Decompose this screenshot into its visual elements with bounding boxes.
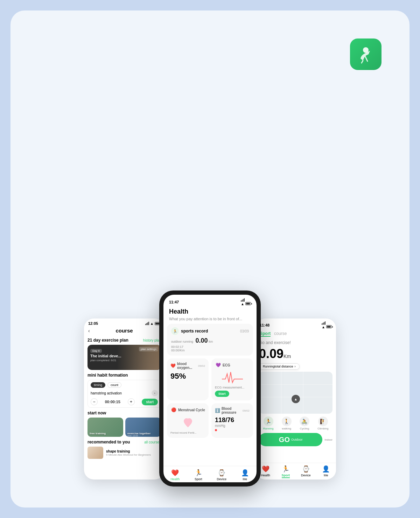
right-battery [326,325,332,328]
map-line-v2 [303,372,303,414]
ecg-card[interactable]: 💜 ECG ECG measurement... Start [211,358,253,400]
signal-bars [145,322,149,325]
nav-device[interactable]: ⌚ Device [210,469,233,481]
nav-me[interactable]: 👤 Me [233,469,257,481]
start-measure-btn[interactable]: Start [215,391,229,397]
menstrual-card[interactable]: 🔴 Menstrual Cycle Period record [167,403,209,438]
rec-info: shape training 5 Minute Abs Workout for … [106,449,151,456]
blood-pressure-date: 09/02 [243,409,250,412]
left-nav-bar: ‹ course [84,327,164,336]
running-label: Running [263,427,274,430]
rec-sub: 5 Minute Abs Workout for Beginners [106,453,151,456]
menstrual-icon: 🔴 [170,407,177,413]
section4-header: recommended to you all courses [88,440,161,444]
blood-oxygen-card[interactable]: ❤️ blood oxygen... 09/02 95% [167,358,209,400]
section1-header: 21 day exercise plan history plan [88,338,161,343]
timer-value: 00:00:15 [105,400,120,404]
start-button[interactable]: start [142,399,158,405]
mid-bottom-nav: ❤️ Health 🏃 Sport ⌚ Device 👤 Me [163,466,257,482]
ecg-icon: 💜 [215,362,221,368]
phone-mid: 11:47 ▲ Health [159,290,261,486]
left-status-bar: 12:05 ▲ [84,318,164,327]
sport-type-tabs: 🏃 Running 🚶 walking 🚴 Cycling 🧗 Climbing [259,416,332,430]
indoor-option[interactable]: Indoor [324,438,332,441]
plan-settings-btn[interactable]: plan settings [139,347,158,351]
record-icon: 🏃 [171,327,179,335]
right-nav-device[interactable]: ⌚ Device [296,465,316,478]
sport-nav-icon: 🏃 [195,469,202,477]
nav-health[interactable]: ❤️ Health [163,469,187,481]
right-time: 11:48 [260,323,270,327]
mid-signal-2 [242,300,243,302]
device-nav-label: Device [217,477,226,481]
mid-subtitle: What you pay attention is to be in front… [163,317,257,324]
timer-row: − 00:00:15 + start [91,398,158,405]
tab-sport[interactable]: Sport [260,331,271,337]
running-pill[interactable]: Runningtotal distance › [259,363,300,370]
tab-timing[interactable]: timing [91,382,105,388]
sport-walking[interactable]: 🚶 walking [282,416,292,430]
right-status-bar: 11:48 ▲ [255,318,336,330]
app-icon[interactable] [350,38,382,70]
back-button[interactable]: ‹ [88,328,90,334]
plan-card[interactable]: Day 6 plan settings The initial deve... … [88,345,161,370]
right-sport-icon: 🏃 [282,465,289,473]
tab-count[interactable]: count [107,382,121,388]
timer-plus[interactable]: + [128,398,135,405]
health-grid: ❤️ blood oxygen... 09/02 95% 💜 ECG [167,358,253,400]
plan-badge: Day 6 [90,349,102,353]
free-training-card[interactable]: free training [88,418,123,437]
section2-header: mini habit formation [88,373,161,378]
right-nav-tabs: Sport course [255,330,336,339]
nav-sport[interactable]: 🏃 Sport [187,469,210,481]
blood-oxygen-value: 95% [170,372,205,381]
go-label: GO [279,436,290,444]
sport-cycling[interactable]: 🚴 Cycling [300,416,309,430]
sport-running[interactable]: 🏃 Running [263,416,274,430]
exercise-together-card[interactable]: exercise together start: 13:00 [125,418,161,437]
tab-course[interactable]: course [274,331,287,337]
health-nav-icon: ❤️ [171,469,179,477]
go-button[interactable]: GO Outdoor [259,433,322,446]
blood-pressure-title: Blood pressure [222,407,243,414]
distance-display: 0.09Km [259,346,332,361]
exercise-name: hamstring activation [91,391,122,395]
blood-pressure-value: 118/76 [215,416,250,424]
map-area: ▲ [259,372,332,414]
record-distance-value: 0.00 [196,337,208,344]
start-now-grid: free training exercise together start: 1… [88,418,161,437]
plan-completed: plan completed: 6/21 [90,359,158,362]
distance-value: 0.09 [259,346,284,361]
blood-oxygen-title: blood oxygen... [177,362,198,370]
menstrual-header: 🔴 Menstrual Cycle [170,407,205,413]
all-courses-link[interactable]: all courses [144,440,161,444]
right-nav-me[interactable]: 👤 Me [316,465,336,478]
walking-label: walking [282,427,291,430]
right-wifi-icon: ▲ [322,325,325,329]
climbing-label: Climbing [317,427,328,430]
right-device-icon: ⌚ [302,465,310,473]
sport-climbing[interactable]: 🧗 Climbing [317,416,328,430]
history-plan-link[interactable]: history plan [143,338,161,342]
mid-wifi-icon: ▲ [241,302,244,306]
right-health-icon: ❤️ [262,465,270,473]
timer-minus[interactable]: − [91,398,98,405]
battery-fill [155,323,159,324]
sports-record-card[interactable]: 🏃 sports record 03/09 outdoor running 0.… [167,324,253,356]
right-signal [322,321,332,325]
blood-pressure-card[interactable]: ℹ️ Blood pressure 09/02 118/76 mmHg [211,403,253,438]
section3-header: start now [88,411,161,415]
menstrual-visual [170,415,205,429]
phone-left: 12:05 ▲ ‹ course [84,318,164,479]
indoor-label: Indoor [324,438,332,441]
record-stats: 00:02:17 00:00/Km [171,345,249,352]
blood-oxygen-icon: ❤️ [170,363,176,369]
blood-oxygen-header: ❤️ blood oxygen... 09/02 [170,362,205,370]
rec-item[interactable]: shape training 5 Minute Abs Workout for … [88,447,161,459]
pill-arrow: › [295,365,296,368]
menstrual-desc: Period record Fertil... [170,431,205,434]
mid-time: 11:47 [169,300,179,304]
exercise-arrow[interactable]: › [152,390,158,396]
right-nav-sport[interactable]: 🏃 Sport [276,465,296,478]
outdoor-label: Outdoor [291,438,303,441]
